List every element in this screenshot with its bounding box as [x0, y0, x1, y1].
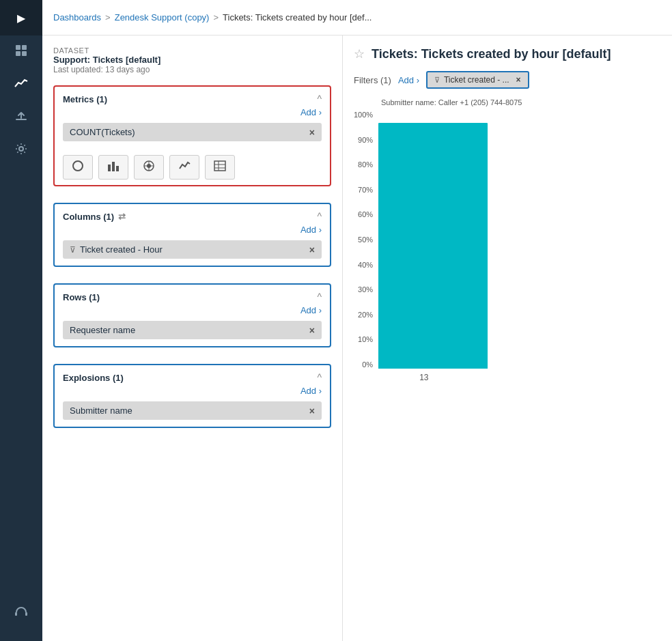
filter-chip[interactable]: ⊽ Ticket created - ... ×	[426, 71, 529, 89]
y-label-10: 10%	[358, 335, 373, 343]
filters-row: Filters (1) Add › ⊽ Ticket created - ...…	[354, 71, 661, 89]
columns-chevron[interactable]: ^	[317, 211, 322, 222]
svg-point-4	[19, 147, 23, 151]
dataset-name: Support: Tickets [default]	[53, 55, 331, 65]
rows-add-button[interactable]: Add ›	[300, 305, 322, 315]
sidebar-item-reports[interactable]	[0, 68, 42, 101]
chart-area: Submitter name: Caller +1 (205) 744-8075…	[354, 98, 661, 630]
explosions-pill-text: Submitter name	[70, 405, 132, 416]
filter-chip-label: Ticket created - ...	[444, 75, 509, 85]
logo-icon: ▶	[17, 12, 25, 25]
y-label-20: 20%	[358, 311, 373, 319]
sidebar-item-dashboard[interactable]	[0, 35, 42, 68]
rows-add: Add ›	[55, 305, 330, 321]
explosions-chevron[interactable]: ^	[317, 372, 322, 383]
breadcrumb-sep-2: >	[213, 12, 219, 23]
svg-rect-5	[15, 612, 17, 616]
shuffle-icon[interactable]: ⇄	[118, 212, 126, 222]
metrics-content: COUNT(Tickets) ×	[55, 123, 330, 148]
svg-rect-10	[116, 166, 119, 171]
metrics-add-button[interactable]: Add ›	[300, 107, 322, 117]
columns-header: Columns (1) ⇄ ^	[55, 204, 330, 225]
chart-type-table[interactable]	[205, 155, 235, 180]
breadcrumb-sep-1: >	[105, 12, 111, 23]
explosions-add: Add ›	[55, 386, 330, 401]
svg-rect-8	[108, 165, 111, 171]
rows-content: Requester name ×	[55, 321, 330, 346]
y-label-80: 80%	[358, 160, 373, 169]
chart-line-icon	[14, 77, 29, 93]
explosions-header: Explosions (1) ^	[55, 365, 330, 386]
svg-rect-3	[22, 51, 27, 56]
svg-rect-6	[25, 612, 27, 616]
filters-label: Filters (1)	[354, 75, 391, 85]
y-label-100: 100%	[354, 111, 373, 119]
y-label-30: 30%	[358, 285, 373, 294]
svg-rect-0	[16, 45, 20, 50]
metrics-section: Metrics (1) ^ Add › COUNT(Tickets) ×	[53, 85, 331, 186]
rows-pill-close[interactable]: ×	[309, 326, 315, 335]
dataset-updated: Last updated: 13 days ago	[53, 65, 331, 74]
filter-funnel-icon: ⊽	[434, 76, 440, 85]
chart-plot: 13	[378, 109, 661, 382]
columns-pill-item: ⊽ Ticket created - Hour ×	[63, 240, 322, 259]
columns-pill-text: ⊽ Ticket created - Hour	[70, 244, 163, 255]
explosions-section: Explosions (1) ^ Add › Submitter name ×	[53, 364, 331, 428]
logo-button[interactable]: ▶	[0, 0, 42, 35]
columns-pill-close[interactable]: ×	[309, 245, 315, 255]
funnel-icon: ⊽	[70, 245, 76, 255]
columns-title: Columns (1) ⇄	[63, 212, 126, 222]
sidebar: ▶	[0, 0, 42, 641]
headset-icon	[14, 605, 29, 623]
star-icon[interactable]: ☆	[354, 46, 365, 61]
explosions-add-button[interactable]: Add ›	[300, 386, 322, 396]
columns-content: ⊽ Ticket created - Hour ×	[55, 240, 330, 266]
metrics-pill-item: COUNT(Tickets) ×	[63, 123, 322, 141]
upload-icon	[14, 109, 28, 126]
chart-type-bar[interactable]	[98, 155, 128, 180]
chart-type-line[interactable]	[169, 155, 199, 180]
trend-chart-icon	[178, 160, 191, 174]
svg-point-7	[73, 161, 83, 171]
columns-section: Columns (1) ⇄ ^ Add › ⊽ Ticket created -…	[53, 203, 331, 267]
chart-type-row	[55, 148, 330, 185]
circle-chart-icon	[72, 160, 84, 175]
rows-section: Rows (1) ^ Add › Requester name ×	[53, 283, 331, 347]
rows-pill-text: Requester name	[70, 325, 135, 335]
filter-chip-close[interactable]: ×	[516, 75, 521, 85]
sidebar-item-settings[interactable]	[0, 134, 42, 167]
columns-add-button[interactable]: Add ›	[300, 225, 322, 235]
chart-type-circle[interactable]	[63, 155, 93, 180]
columns-add: Add ›	[55, 225, 330, 240]
explosions-pill-close[interactable]: ×	[309, 406, 315, 416]
main-content: Dashboards > Zendesk Support (copy) > Ti…	[42, 0, 672, 641]
metrics-chevron[interactable]: ^	[317, 94, 322, 104]
sidebar-item-support[interactable]	[0, 597, 42, 630]
breadcrumb-current: Tickets: Tickets created by hour [def...	[223, 12, 372, 23]
y-label-50: 50%	[358, 236, 373, 244]
x-axis-label: 13	[378, 369, 428, 382]
breadcrumb-zendesk[interactable]: Zendesk Support (copy)	[115, 12, 210, 23]
metrics-title: Metrics (1)	[63, 94, 107, 104]
chart-submitter-label: Submitter name: Caller +1 (205) 744-8075	[354, 98, 661, 106]
y-label-40: 40%	[358, 261, 373, 269]
metrics-pill-close[interactable]: ×	[309, 128, 315, 137]
rows-header: Rows (1) ^	[55, 285, 330, 305]
metrics-add: Add ›	[55, 107, 330, 123]
y-label-0: 0%	[362, 360, 373, 369]
svg-rect-15	[214, 161, 225, 171]
sidebar-item-upload[interactable]	[0, 101, 42, 134]
left-panel: Dataset Support: Tickets [default] Last …	[42, 35, 343, 641]
filter-add-button[interactable]: Add ›	[398, 75, 419, 85]
chart-bar	[378, 123, 488, 369]
rows-chevron[interactable]: ^	[317, 291, 322, 302]
right-panel: ☆ Tickets: Tickets created by hour [defa…	[343, 35, 672, 641]
chart-wrapper: 100% 90% 80% 70% 60% 50% 40% 30% 20% 10%…	[354, 109, 661, 630]
breadcrumb-dashboards[interactable]: Dashboards	[53, 12, 101, 23]
gear-icon	[14, 142, 28, 159]
topbar: Dashboards > Zendesk Support (copy) > Ti…	[42, 0, 672, 35]
dataset-info: Dataset Support: Tickets [default] Last …	[53, 46, 331, 74]
bar-chart-icon	[107, 160, 120, 174]
chart-type-radio[interactable]	[134, 155, 164, 180]
radio-chart-icon	[143, 160, 155, 175]
